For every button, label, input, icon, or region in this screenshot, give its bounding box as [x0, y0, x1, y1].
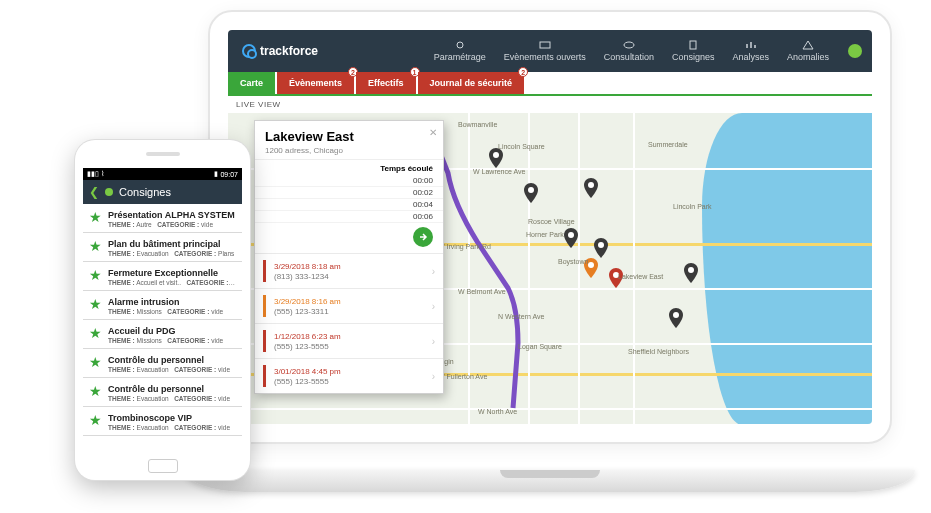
map-label: Roscoe Village	[528, 218, 575, 225]
map-marker[interactable]	[668, 308, 684, 328]
star-icon: ★	[89, 239, 102, 253]
warning-icon	[802, 40, 814, 50]
list-item[interactable]: ★Plan du bâtiment principalTHEME : Evacu…	[83, 233, 242, 262]
svg-point-8	[598, 242, 604, 248]
user-menu[interactable]	[848, 44, 862, 58]
item-title: Plan du bâtiment principal	[108, 239, 236, 249]
star-icon: ★	[89, 297, 102, 311]
svg-point-9	[588, 262, 594, 268]
map-marker[interactable]	[488, 148, 504, 168]
map-marker[interactable]	[683, 263, 699, 283]
tab-evenements[interactable]: Évènements2	[277, 72, 354, 94]
view-tabs: Carte Évènements2 Effectifs1 Journal de …	[228, 72, 872, 96]
badge: 2	[518, 67, 528, 77]
svg-point-0	[457, 42, 463, 48]
list-item[interactable]: ★Accueil du PDGTHEME : Missions CATEGORI…	[83, 320, 242, 349]
nav-parametrage[interactable]: Paramétrage	[425, 34, 495, 69]
star-icon: ★	[89, 413, 102, 427]
status-dot-icon	[105, 188, 113, 196]
folder-icon	[539, 40, 551, 50]
severity-bar	[263, 330, 266, 352]
call-row[interactable]: 3/29/2018 8:18 am(813) 333-1234›	[255, 253, 443, 288]
map-label: Logan Square	[518, 343, 562, 350]
call-datetime: 1/12/2018 6:23 am	[274, 332, 424, 341]
eye-icon	[623, 40, 635, 50]
doc-icon	[687, 40, 699, 50]
tab-journal[interactable]: Journal de sécurité2	[418, 72, 525, 94]
list-item[interactable]: ★Présentation ALPHA SYSTEMTHEME : Autre …	[83, 204, 242, 233]
status-bar: ▮▮▯⌇ ▮09:07	[83, 168, 242, 180]
gear-icon	[454, 40, 466, 50]
wifi-icon: ⌇	[101, 170, 104, 178]
signal-icon: ▮▮▯	[87, 170, 99, 178]
severity-bar	[263, 365, 266, 387]
nav-evenements[interactable]: Evènements ouverts	[495, 34, 595, 69]
elapsed-row: 00:06	[255, 211, 443, 223]
back-icon[interactable]: ❮	[89, 185, 99, 199]
clock: 09:07	[220, 171, 238, 178]
phone-frame: ▮▮▯⌇ ▮09:07 ❮ Consignes ★Présentation AL…	[75, 140, 250, 480]
battery-icon: ▮	[214, 170, 218, 178]
map-marker[interactable]	[583, 178, 599, 198]
screen-title: Consignes	[119, 186, 171, 198]
go-button[interactable]	[413, 227, 433, 247]
call-row[interactable]: 1/12/2018 6:23 am(555) 123-5555›	[255, 323, 443, 358]
map-marker[interactable]	[523, 183, 539, 203]
map-label: Lincoln Square	[498, 143, 545, 150]
item-meta: THEME : Evacuation CATEGORIE : vide	[108, 424, 236, 431]
nav-analyses[interactable]: Analyses	[723, 34, 778, 69]
map-label: Bowmanville	[458, 121, 497, 128]
map-label: Sheffield Neighbors	[628, 348, 689, 355]
nav-consultation[interactable]: Consultation	[595, 34, 663, 69]
map-label: W Fullerton Ave	[438, 373, 487, 380]
item-meta: THEME : Autre CATEGORIE : vide	[108, 221, 236, 228]
svg-rect-3	[690, 41, 696, 49]
call-datetime: 3/01/2018 4:45 pm	[274, 367, 424, 376]
elapsed-row: 00:00	[255, 175, 443, 187]
star-icon: ★	[89, 355, 102, 369]
map-label: Boystown	[558, 258, 588, 265]
map-label: Horner Park	[526, 231, 564, 238]
top-nav: trackforce Paramétrage Evènements ouvert…	[228, 30, 872, 72]
call-row[interactable]: 3/29/2018 8:16 am(555) 123-3311›	[255, 288, 443, 323]
severity-bar	[263, 260, 266, 282]
list-item[interactable]: ★Contrôle du personnelTHEME : Evacuation…	[83, 378, 242, 407]
svg-point-4	[493, 152, 499, 158]
star-icon: ★	[89, 384, 102, 398]
list-item[interactable]: ★Alarme intrusionTHEME : Missions CATEGO…	[83, 291, 242, 320]
chevron-right-icon: ›	[432, 301, 435, 312]
item-title: Contrôle du personnel	[108, 384, 236, 394]
item-meta: THEME : Missions CATEGORIE : vide	[108, 308, 236, 315]
tab-carte[interactable]: Carte	[228, 72, 275, 94]
list-item[interactable]: ★Trombinoscope VIPTHEME : Evacuation CAT…	[83, 407, 242, 436]
chart-icon	[745, 40, 757, 50]
list-item[interactable]: ★Contrôle du personnelTHEME : Evacuation…	[83, 349, 242, 378]
map-marker[interactable]	[563, 228, 579, 248]
app-header: ❮ Consignes	[83, 180, 242, 204]
item-title: Alarme intrusion	[108, 297, 236, 307]
item-title: Fermeture Exceptionnelle	[108, 268, 236, 278]
chevron-right-icon: ›	[432, 336, 435, 347]
map-label: W North Ave	[478, 408, 517, 415]
call-row[interactable]: 3/01/2018 4:45 pm(555) 123-5555›	[255, 358, 443, 393]
list-item[interactable]: ★Fermeture ExceptionnelleTHEME : Accueil…	[83, 262, 242, 291]
svg-point-7	[568, 232, 574, 238]
nav-anomalies[interactable]: Anomalies	[778, 34, 838, 69]
popup-address: 1200 adress, Chicago	[265, 146, 433, 155]
close-icon[interactable]: ✕	[429, 127, 437, 138]
severity-bar	[263, 295, 266, 317]
item-meta: THEME : Missions CATEGORIE : vide	[108, 337, 236, 344]
map-marker[interactable]	[593, 238, 609, 258]
lake	[742, 113, 872, 425]
tab-effectifs[interactable]: Effectifs1	[356, 72, 416, 94]
popup-title: Lakeview East	[265, 129, 433, 144]
call-phone: (813) 333-1234	[274, 272, 329, 281]
logo-icon	[242, 44, 256, 58]
phone-screen: ▮▮▯⌇ ▮09:07 ❮ Consignes ★Présentation AL…	[83, 168, 242, 454]
item-meta: THEME : Evacuation CATEGORIE : vide	[108, 366, 236, 373]
svg-point-12	[673, 312, 679, 318]
item-meta: THEME : Accueil et visit.. CATEGORIE : H…	[108, 279, 236, 286]
nav-consignes[interactable]: Consignes	[663, 34, 724, 69]
call-phone: (555) 123-5555	[274, 342, 329, 351]
map-label: W Belmont Ave	[458, 288, 506, 295]
